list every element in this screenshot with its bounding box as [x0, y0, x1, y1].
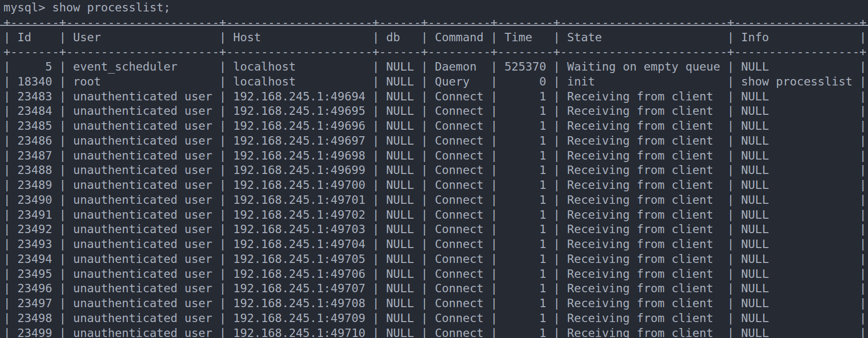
mysql-prompt-line: mysql> show processlist; [0, 0, 868, 15]
processlist-table: +-------+----------------------+--------… [0, 15, 868, 338]
terminal-window[interactable]: mysql> show processlist; +-------+------… [0, 0, 868, 338]
